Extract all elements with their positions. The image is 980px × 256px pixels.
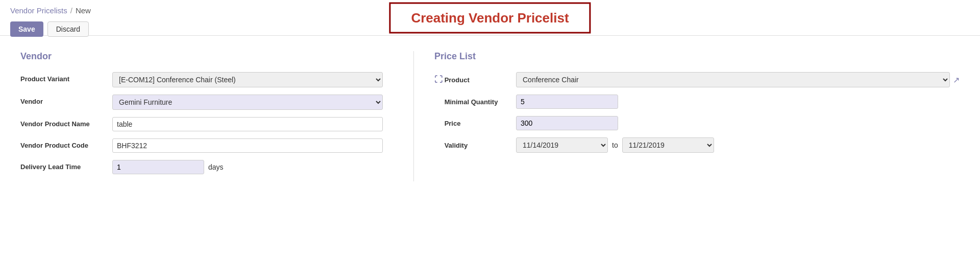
- vendor-row: Vendor Gemini Furniture: [20, 95, 383, 110]
- vendor-product-name-label: Vendor Product Name: [20, 117, 112, 128]
- vendor-product-code-label: Vendor Product Code: [20, 138, 112, 149]
- delivery-row: days: [112, 160, 383, 174]
- page-title-box: Creating Vendor Pricelist: [389, 2, 591, 33]
- breadcrumb-current: New: [76, 6, 91, 15]
- delivery-lead-time-label: Delivery Lead Time: [20, 160, 112, 171]
- vendor-field: Gemini Furniture: [112, 95, 383, 110]
- discard-button[interactable]: Discard: [47, 21, 89, 37]
- product-variant-row: Product Variant [E-COM12] Conference Cha…: [20, 72, 383, 87]
- delivery-lead-time-input[interactable]: [112, 160, 204, 174]
- validity-row: ⛶ Validity 11/14/2019 to 11/21/2019: [434, 137, 960, 153]
- breadcrumb: Vendor Pricelists / New: [10, 6, 91, 15]
- validity-from-select[interactable]: 11/14/2019: [516, 137, 608, 153]
- main-content: Vendor Product Variant [E-COM12] Confere…: [0, 36, 980, 192]
- vendor-product-name-input[interactable]: [112, 117, 383, 131]
- validity-label: ⛶ Validity: [434, 141, 516, 150]
- validity-date-row: 11/14/2019 to 11/21/2019: [516, 137, 714, 153]
- days-label: days: [208, 163, 224, 171]
- top-bar: Vendor Pricelists / New Save Discard Cre…: [0, 0, 980, 36]
- validity-to-label: to: [612, 141, 618, 149]
- product-open-icon[interactable]: ↗: [953, 75, 960, 85]
- vendor-select[interactable]: Gemini Furniture: [112, 95, 383, 110]
- product-price-label: ⛶ Product: [434, 75, 516, 84]
- vendor-product-name-row: Vendor Product Name: [20, 117, 383, 131]
- product-external-link-icon[interactable]: ⛶: [434, 75, 443, 84]
- vendor-product-name-field: [112, 117, 383, 131]
- product-row: ⛶ Product Conference Chair ↗: [434, 72, 960, 87]
- product-select[interactable]: Conference Chair: [516, 72, 950, 87]
- price-field: [516, 116, 960, 130]
- price-row-label: ⛶ Price: [434, 119, 516, 128]
- vendor-product-code-row: Vendor Product Code: [20, 138, 383, 153]
- product-variant-field: [E-COM12] Conference Chair (Steel): [112, 72, 383, 87]
- breadcrumb-parent-link[interactable]: Vendor Pricelists: [10, 6, 67, 15]
- pricelist-section: Price List ⛶ Product Conference Chair ↗ …: [424, 51, 960, 181]
- delivery-lead-time-field: days: [112, 160, 383, 174]
- action-buttons: Save Discard: [10, 21, 89, 37]
- save-button[interactable]: Save: [10, 21, 43, 37]
- product-variant-select[interactable]: [E-COM12] Conference Chair (Steel): [112, 72, 383, 87]
- validity-field: 11/14/2019 to 11/21/2019: [516, 137, 960, 153]
- vendor-label: Vendor: [20, 95, 112, 105]
- minimal-quantity-field: [516, 95, 960, 109]
- price-row: ⛶ Price: [434, 116, 960, 130]
- vendor-product-code-input[interactable]: [112, 138, 383, 153]
- delivery-lead-time-row: Delivery Lead Time days: [20, 160, 383, 174]
- vendor-section-title: Vendor: [20, 51, 383, 62]
- product-variant-label: Product Variant: [20, 72, 112, 83]
- breadcrumb-separator: /: [70, 6, 72, 15]
- vendor-product-code-field: [112, 138, 383, 153]
- minimal-quantity-input[interactable]: [516, 95, 618, 109]
- product-price-field: Conference Chair ↗: [516, 72, 960, 87]
- validity-to-select[interactable]: 11/21/2019: [622, 137, 714, 153]
- pricelist-section-title: Price List: [434, 51, 960, 62]
- price-input[interactable]: [516, 116, 618, 130]
- section-divider: [413, 51, 414, 181]
- vendor-section: Vendor Product Variant [E-COM12] Confere…: [20, 51, 403, 181]
- minimal-quantity-row: ⛶ Minimal Quantity: [434, 95, 960, 109]
- minimal-quantity-label: ⛶ Minimal Quantity: [434, 97, 516, 106]
- page-title: Creating Vendor Pricelist: [411, 10, 569, 25]
